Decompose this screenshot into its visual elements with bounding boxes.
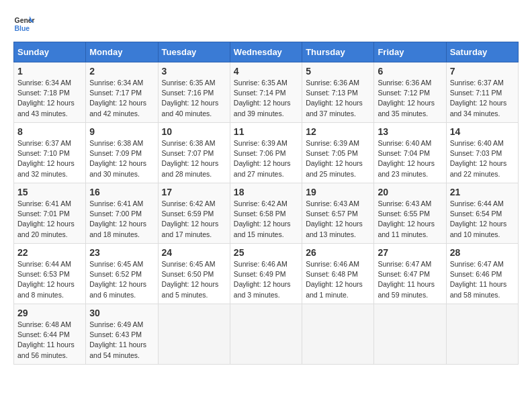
day-info: Sunrise: 6:38 AM Sunset: 7:09 PM Dayligh…: [89, 138, 154, 179]
calendar-cell: 7Sunrise: 6:37 AM Sunset: 7:11 PM Daylig…: [446, 62, 518, 123]
calendar-week-1: 8Sunrise: 6:37 AM Sunset: 7:10 PM Daylig…: [14, 123, 519, 183]
weekday-header-saturday: Saturday: [446, 42, 518, 62]
day-info: Sunrise: 6:43 AM Sunset: 6:55 PM Dayligh…: [378, 199, 442, 240]
calendar-cell: 11Sunrise: 6:39 AM Sunset: 7:06 PM Dayli…: [230, 123, 302, 183]
day-info: Sunrise: 6:45 AM Sunset: 6:50 PM Dayligh…: [162, 259, 226, 300]
calendar-cell: [302, 304, 374, 365]
day-number: 10: [162, 126, 226, 137]
calendar-cell: [446, 304, 518, 365]
day-info: Sunrise: 6:40 AM Sunset: 7:04 PM Dayligh…: [378, 138, 442, 179]
weekday-header-monday: Monday: [86, 42, 158, 62]
day-number: 13: [378, 126, 442, 137]
calendar-cell: [158, 304, 230, 365]
day-info: Sunrise: 6:39 AM Sunset: 7:06 PM Dayligh…: [234, 138, 298, 179]
calendar-cell: 20Sunrise: 6:43 AM Sunset: 6:55 PM Dayli…: [374, 183, 446, 244]
calendar-cell: 26Sunrise: 6:46 AM Sunset: 6:48 PM Dayli…: [302, 244, 374, 304]
day-number: 24: [162, 247, 226, 258]
day-info: Sunrise: 6:39 AM Sunset: 7:05 PM Dayligh…: [306, 138, 370, 179]
calendar-cell: 1Sunrise: 6:34 AM Sunset: 7:18 PM Daylig…: [14, 62, 86, 123]
day-number: 15: [17, 187, 82, 197]
weekday-header-sunday: Sunday: [14, 42, 86, 62]
day-info: Sunrise: 6:34 AM Sunset: 7:17 PM Dayligh…: [89, 78, 154, 119]
day-number: 4: [234, 66, 298, 77]
day-info: Sunrise: 6:46 AM Sunset: 6:48 PM Dayligh…: [306, 259, 370, 300]
day-number: 29: [17, 308, 82, 318]
calendar-cell: 19Sunrise: 6:43 AM Sunset: 6:57 PM Dayli…: [302, 183, 374, 244]
day-number: 11: [234, 126, 298, 137]
calendar-cell: 14Sunrise: 6:40 AM Sunset: 7:03 PM Dayli…: [446, 123, 518, 183]
calendar-cell: 25Sunrise: 6:46 AM Sunset: 6:49 PM Dayli…: [230, 244, 302, 304]
calendar-week-3: 22Sunrise: 6:44 AM Sunset: 6:53 PM Dayli…: [14, 244, 519, 304]
day-number: 26: [306, 247, 370, 258]
calendar-cell: 27Sunrise: 6:47 AM Sunset: 6:47 PM Dayli…: [374, 244, 446, 304]
day-info: Sunrise: 6:38 AM Sunset: 7:07 PM Dayligh…: [162, 138, 226, 179]
day-info: Sunrise: 6:47 AM Sunset: 6:46 PM Dayligh…: [450, 259, 515, 300]
day-number: 14: [450, 126, 515, 137]
calendar-cell: 3Sunrise: 6:35 AM Sunset: 7:16 PM Daylig…: [158, 62, 230, 123]
day-info: Sunrise: 6:44 AM Sunset: 6:53 PM Dayligh…: [17, 259, 82, 300]
day-number: 27: [378, 247, 442, 258]
day-number: 28: [450, 247, 515, 258]
calendar-cell: 9Sunrise: 6:38 AM Sunset: 7:09 PM Daylig…: [86, 123, 158, 183]
calendar-cell: 30Sunrise: 6:49 AM Sunset: 6:43 PM Dayli…: [86, 304, 158, 365]
calendar-cell: 10Sunrise: 6:38 AM Sunset: 7:07 PM Dayli…: [158, 123, 230, 183]
calendar-cell: 16Sunrise: 6:41 AM Sunset: 7:00 PM Dayli…: [86, 183, 158, 244]
day-info: Sunrise: 6:43 AM Sunset: 6:57 PM Dayligh…: [306, 199, 370, 240]
calendar-cell: 21Sunrise: 6:44 AM Sunset: 6:54 PM Dayli…: [446, 183, 518, 244]
calendar-cell: 12Sunrise: 6:39 AM Sunset: 7:05 PM Dayli…: [302, 123, 374, 183]
calendar-cell: 5Sunrise: 6:36 AM Sunset: 7:13 PM Daylig…: [302, 62, 374, 123]
calendar-table: SundayMondayTuesdayWednesdayThursdayFrid…: [13, 42, 519, 365]
day-number: 17: [162, 187, 226, 197]
day-number: 30: [89, 308, 154, 318]
day-number: 20: [378, 187, 442, 197]
calendar-cell: [230, 304, 302, 365]
day-info: Sunrise: 6:46 AM Sunset: 6:49 PM Dayligh…: [234, 259, 298, 300]
day-info: Sunrise: 6:42 AM Sunset: 6:58 PM Dayligh…: [234, 199, 298, 240]
day-info: Sunrise: 6:36 AM Sunset: 7:12 PM Dayligh…: [378, 78, 442, 119]
weekday-header-wednesday: Wednesday: [230, 42, 302, 62]
day-info: Sunrise: 6:45 AM Sunset: 6:52 PM Dayligh…: [89, 259, 154, 300]
day-info: Sunrise: 6:35 AM Sunset: 7:16 PM Dayligh…: [162, 78, 226, 119]
day-info: Sunrise: 6:40 AM Sunset: 7:03 PM Dayligh…: [450, 138, 515, 179]
weekday-header-tuesday: Tuesday: [158, 42, 230, 62]
day-info: Sunrise: 6:37 AM Sunset: 7:11 PM Dayligh…: [450, 78, 515, 119]
calendar-cell: 8Sunrise: 6:37 AM Sunset: 7:10 PM Daylig…: [14, 123, 86, 183]
day-info: Sunrise: 6:37 AM Sunset: 7:10 PM Dayligh…: [17, 138, 82, 179]
weekday-header-thursday: Thursday: [302, 42, 374, 62]
day-info: Sunrise: 6:44 AM Sunset: 6:54 PM Dayligh…: [450, 199, 515, 240]
day-number: 6: [378, 66, 442, 77]
day-info: Sunrise: 6:36 AM Sunset: 7:13 PM Dayligh…: [306, 78, 370, 119]
calendar-cell: 2Sunrise: 6:34 AM Sunset: 7:17 PM Daylig…: [86, 62, 158, 123]
day-number: 8: [17, 126, 82, 137]
calendar-cell: 6Sunrise: 6:36 AM Sunset: 7:12 PM Daylig…: [374, 62, 446, 123]
day-info: Sunrise: 6:42 AM Sunset: 6:59 PM Dayligh…: [162, 199, 226, 240]
calendar-cell: 13Sunrise: 6:40 AM Sunset: 7:04 PM Dayli…: [374, 123, 446, 183]
day-info: Sunrise: 6:48 AM Sunset: 6:44 PM Dayligh…: [17, 320, 82, 361]
day-info: Sunrise: 6:41 AM Sunset: 7:00 PM Dayligh…: [89, 199, 154, 240]
calendar-week-0: 1Sunrise: 6:34 AM Sunset: 7:18 PM Daylig…: [14, 62, 519, 123]
day-number: 16: [89, 187, 154, 197]
calendar-cell: 4Sunrise: 6:35 AM Sunset: 7:14 PM Daylig…: [230, 62, 302, 123]
calendar-week-4: 29Sunrise: 6:48 AM Sunset: 6:44 PM Dayli…: [14, 304, 519, 365]
logo: General Blue: [13, 13, 35, 35]
day-info: Sunrise: 6:49 AM Sunset: 6:43 PM Dayligh…: [89, 320, 154, 361]
day-number: 1: [17, 66, 82, 77]
calendar-cell: 28Sunrise: 6:47 AM Sunset: 6:46 PM Dayli…: [446, 244, 518, 304]
day-info: Sunrise: 6:41 AM Sunset: 7:01 PM Dayligh…: [17, 199, 82, 240]
calendar-cell: 24Sunrise: 6:45 AM Sunset: 6:50 PM Dayli…: [158, 244, 230, 304]
day-number: 12: [306, 126, 370, 137]
day-number: 5: [306, 66, 370, 77]
day-number: 2: [89, 66, 154, 77]
day-number: 9: [89, 126, 154, 137]
page-header: General Blue: [13, 13, 519, 35]
day-info: Sunrise: 6:35 AM Sunset: 7:14 PM Dayligh…: [234, 78, 298, 119]
calendar-cell: 17Sunrise: 6:42 AM Sunset: 6:59 PM Dayli…: [158, 183, 230, 244]
day-number: 25: [234, 247, 298, 258]
day-number: 21: [450, 187, 515, 197]
weekday-header-friday: Friday: [374, 42, 446, 62]
day-number: 7: [450, 66, 515, 77]
day-info: Sunrise: 6:34 AM Sunset: 7:18 PM Dayligh…: [17, 78, 82, 119]
calendar-cell: [374, 304, 446, 365]
day-number: 22: [17, 247, 82, 258]
day-info: Sunrise: 6:47 AM Sunset: 6:47 PM Dayligh…: [378, 259, 442, 300]
